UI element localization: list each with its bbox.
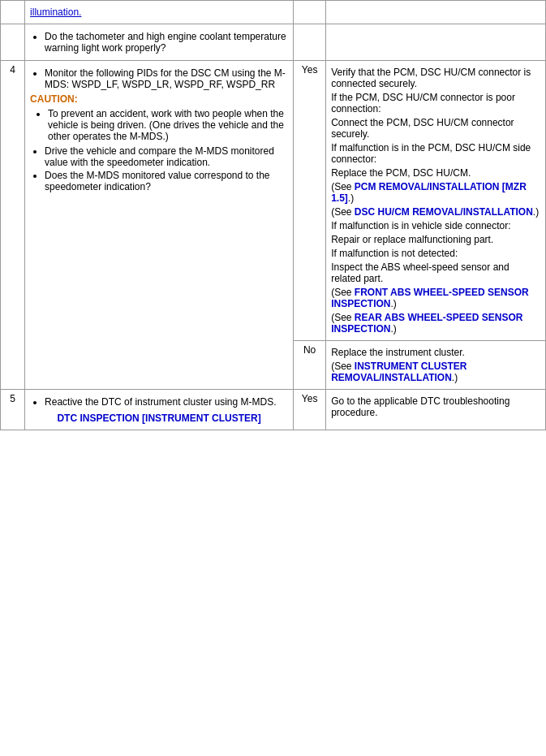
list-item-reactive: Reactive the DTC of instrument cluster u… (45, 396, 288, 408)
row-5-num: 5 (1, 390, 25, 430)
action-list: Monitor the following PIDs for the DSC C… (30, 67, 288, 90)
list-item-does: Does the M-MDS monitored value correspon… (45, 170, 288, 192)
row-4-result-no: No (294, 341, 326, 390)
row-5-action: Reactive the DTC of instrument cluster u… (25, 390, 294, 430)
instrument-cluster-link[interactable]: INSTRUMENT CLUSTER REMOVAL/INSTALLATION (331, 361, 466, 383)
continuation-text: illumination. (30, 6, 288, 18)
dsc-removal-link[interactable]: DSC HU/CM REMOVAL/INSTALLATION (355, 206, 533, 218)
illumination-link[interactable]: illumination. (30, 6, 81, 18)
table-row-4-yes: 4 Monitor the following PIDs for the DSC… (1, 61, 546, 341)
list-item-drive: Drive the vehicle and compare the M-MDS … (45, 145, 288, 168)
table-row-5: 5 Reactive the DTC of instrument cluster… (1, 390, 546, 430)
remedy-text: If the PCM, DSC HU/CM connector is poor … (331, 92, 540, 114)
action-list: Reactive the DTC of instrument cluster u… (30, 396, 288, 408)
row-result (294, 1, 326, 24)
remedy-text: Replace the PCM, DSC HU/CM. (331, 167, 540, 179)
row-num (1, 24, 25, 61)
monitor-pids-text: Monitor the following PIDs for the DSC C… (45, 67, 286, 90)
remedy-text: (See INSTRUMENT CLUSTER REMOVAL/INSTALLA… (331, 361, 540, 383)
row-remedy (326, 24, 546, 61)
remedy-text: (See REAR ABS WHEEL-SPEED SENSOR INSPECT… (331, 312, 540, 335)
front-abs-link[interactable]: FRONT ABS WHEEL-SPEED SENSOR INSPECTION (331, 287, 529, 309)
row-remedy (326, 1, 546, 24)
page: illumination. Do the tachometer and high… (0, 0, 546, 430)
rear-abs-link[interactable]: REAR ABS WHEEL-SPEED SENSOR INSPECTION (331, 312, 522, 335)
dtc-inspection-label: DTC INSPECTION [INSTRUMENT CLUSTER] (30, 413, 288, 424)
row-4-action: Monitor the following PIDs for the DSC C… (25, 61, 294, 390)
row-4-num: 4 (1, 61, 25, 390)
caution-text: To prevent an accident, work with two pe… (48, 108, 284, 142)
remedy-text: Inspect the ABS wheel-speed sensor and r… (331, 261, 540, 284)
remedy-text: Verify that the PCM, DSC HU/CM connector… (331, 67, 540, 89)
list-item: Do the tachometer and high engine coolan… (45, 31, 288, 54)
row-result (294, 24, 326, 61)
row-action: Do the tachometer and high engine coolan… (25, 24, 294, 61)
table-row: Do the tachometer and high engine coolan… (1, 24, 546, 61)
row-action: illumination. (25, 1, 294, 24)
remedy-text: If malfunction is in the PCM, DSC HU/CM … (331, 142, 540, 165)
dtc-inspection-link[interactable]: DTC INSPECTION [INSTRUMENT CLUSTER] (57, 413, 260, 424)
remedy-text: Replace the instrument cluster. (331, 347, 540, 358)
tachometer-text: Do the tachometer and high engine coolan… (45, 31, 286, 54)
remedy-text: Repair or replace malfunctioning part. (331, 234, 540, 245)
diagnostic-table: illumination. Do the tachometer and high… (0, 0, 546, 430)
remedy-text: (See PCM REMOVAL/INSTALLATION [MZR 1.5].… (331, 181, 540, 204)
row-5-remedy-yes: Go to the applicable DTC troubleshooting… (326, 390, 546, 430)
caution-list: To prevent an accident, work with two pe… (30, 108, 288, 142)
drive-text: Drive the vehicle and compare the M-MDS … (45, 145, 274, 168)
remedy-text: (See FRONT ABS WHEEL-SPEED SENSOR INSPEC… (331, 287, 540, 309)
action-list: Do the tachometer and high engine coolan… (30, 31, 288, 54)
caution-label: CAUTION: (30, 93, 288, 105)
row-4-remedy-no: Replace the instrument cluster. (See INS… (326, 341, 546, 390)
list-item: Monitor the following PIDs for the DSC C… (45, 67, 288, 90)
remedy-text: If malfunction is in vehicle side connec… (331, 220, 540, 231)
action-list-2: Drive the vehicle and compare the M-MDS … (30, 145, 288, 192)
reactive-text: Reactive the DTC of instrument cluster u… (45, 396, 276, 408)
remedy-text: Go to the applicable DTC troubleshooting… (331, 395, 540, 418)
does-text: Does the M-MDS monitored value correspon… (45, 170, 269, 192)
remedy-text: If malfunction is not detected: (331, 248, 540, 259)
row-5-result-yes: Yes (294, 390, 326, 430)
pcm-removal-link[interactable]: PCM REMOVAL/INSTALLATION [MZR 1.5] (331, 181, 527, 204)
caution-item: To prevent an accident, work with two pe… (48, 108, 288, 142)
row-4-result-yes: Yes (294, 61, 326, 341)
row-num (1, 1, 25, 24)
remedy-text: (See DSC HU/CM REMOVAL/INSTALLATION.) (331, 206, 540, 218)
row-4-remedy-yes: Verify that the PCM, DSC HU/CM connector… (326, 61, 546, 341)
table-row: illumination. (1, 1, 546, 24)
remedy-text: Connect the PCM, DSC HU/CM connector sec… (331, 117, 540, 140)
